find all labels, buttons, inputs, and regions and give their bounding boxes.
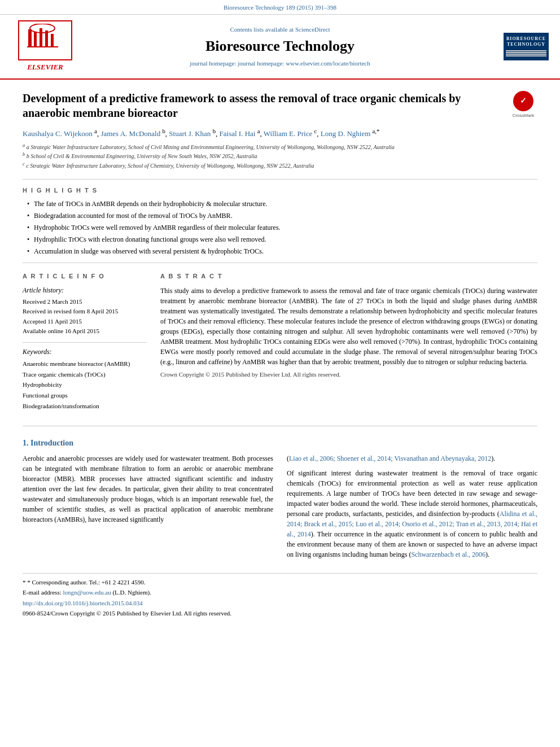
ref-alidina: Alidina et al., 2014; Brack et al., 2015… <box>287 510 537 538</box>
abstract-label: A B S T R A C T <box>160 272 537 281</box>
svg-rect-2 <box>34 32 37 46</box>
divider-1 <box>23 179 537 180</box>
highlights-list: The fate of TrOCs in AnMBR depends on th… <box>27 199 537 256</box>
affiliation-c-text: c Strategic Water Infrastructure Laborat… <box>26 163 314 169</box>
author-6: Long D. Nghiem <box>321 129 370 138</box>
author-2: James A. McDonald <box>100 129 160 138</box>
intro-para-1: Aerobic and anaerobic processes are wide… <box>23 453 273 525</box>
highlight-4-text: Hydrophilic TrOCs with electron donating… <box>34 235 266 243</box>
elsevier-logo-area: ELSEVIER <box>11 20 79 72</box>
intro-col2-para-2: Of significant interest during wastewate… <box>287 468 537 560</box>
footnote-corresponding: * * Corresponding author. Tel.: +61 2 42… <box>23 578 537 587</box>
abstract-text: This study aims to develop a predictive … <box>160 286 537 367</box>
highlight-4: Hydrophilic TrOCs with electron donating… <box>27 235 537 244</box>
history-section: Article history: Received 2 March 2015 R… <box>23 286 147 337</box>
sciencedirect-link[interactable]: ScienceDirect <box>295 26 330 33</box>
info-abstract-section: A R T I C L E I N F O Article history: R… <box>23 272 537 417</box>
footnote-email-address[interactable]: longn@uow.edu.au <box>63 589 111 596</box>
footnote-doi-link[interactable]: http://dx.doi.org/10.1016/j.biortech.201… <box>23 600 143 606</box>
introduction-section: 1. Introduction Aerobic and anaerobic pr… <box>23 438 537 564</box>
highlight-3-text: Hydrophobic TrOCs were well removed by A… <box>34 224 281 231</box>
keywords-section: Keywords: Anaerobic membrane bioreactor … <box>23 347 147 411</box>
affiliation-b: b b School of Civil & Environmental Engi… <box>23 151 537 160</box>
author-3: Stuart J. Khan <box>169 129 211 138</box>
affiliation-a: a a Strategic Water Infrastructure Labor… <box>23 142 537 151</box>
footnote-corresponding-text: * Corresponding author. Tel.: +61 2 4221… <box>27 579 145 586</box>
highlight-5-text: Accumulation in sludge was observed with… <box>34 247 264 255</box>
footnote-email: E-mail address: longn@uow.edu.au (L.D. N… <box>23 588 537 597</box>
crossmark-label: CrossMark <box>513 112 535 119</box>
authors-line: Kaushalya C. Wijekoon a, James A. McDona… <box>23 127 537 139</box>
highlight-2: Biodegradation accounted for most of the… <box>27 211 537 221</box>
history-dates: Received 2 March 2015 Received in revise… <box>23 297 147 337</box>
highlight-3: Hydrophobic TrOCs were well removed by A… <box>27 223 537 233</box>
svg-rect-7 <box>27 46 58 47</box>
author-4: Faisal I. Hai <box>220 129 256 138</box>
intro-col-2: (Liao et al., 2006; Shoener et al., 2014… <box>287 453 537 564</box>
history-label: Article history: <box>23 286 147 295</box>
svg-rect-5 <box>51 34 54 46</box>
keyword-4: Functional groups <box>23 390 147 401</box>
info-divider <box>23 342 147 343</box>
highlight-1: The fate of TrOCs in AnMBR depends on th… <box>27 199 537 209</box>
date-online: Available online 16 April 2015 <box>23 326 147 337</box>
affiliation-b-text: b School of Civil & Environmental Engine… <box>27 154 257 160</box>
svg-rect-3 <box>40 28 42 46</box>
affiliation-c: c c Strategic Water Infrastructure Labor… <box>23 161 537 170</box>
journal-reference: Bioresource Technology 189 (2015) 391–39… <box>0 0 560 15</box>
homepage-url[interactable]: journal homepage: www.elsevier.com/locat… <box>238 60 370 67</box>
keywords-label: Keywords: <box>23 347 147 357</box>
article-info-col: A R T I C L E I N F O Article history: R… <box>23 272 147 417</box>
bioresource-badge-area: BIORESOURCE TECHNOLOGY <box>481 33 549 60</box>
crossmark-circle: ✓ <box>513 91 533 111</box>
keyword-1: Anaerobic membrane bioreactor (AnMBR) <box>23 359 147 369</box>
highlight-5: Accumulation in sludge was observed with… <box>27 247 537 256</box>
footnote-area: * * Corresponding author. Tel.: +61 2 42… <box>23 573 537 618</box>
keyword-2: Trace organic chemicals (TrOCs) <box>23 369 147 380</box>
footnote-doi: http://dx.doi.org/10.1016/j.biortech.201… <box>23 599 537 608</box>
contents-text: Contents lists available at <box>230 26 294 33</box>
journal-header: ELSEVIER Contents lists available at Sci… <box>0 15 560 79</box>
article-info-label: A R T I C L E I N F O <box>23 272 147 281</box>
affiliations: a a Strategic Water Infrastructure Labor… <box>23 142 537 170</box>
footnote-email-note: (L.D. Nghiem). <box>112 589 151 596</box>
ref-schwarzenbach: Schwarzenbach et al., 2006 <box>411 551 485 558</box>
author-1: Kaushalya C. Wijekoon <box>23 129 93 138</box>
footnote-star: * <box>23 579 27 586</box>
date-received: Received 2 March 2015 <box>23 297 147 307</box>
intro-heading: 1. Introduction <box>23 438 537 449</box>
highlight-2-text: Biodegradation accounted for most of the… <box>34 212 233 220</box>
intro-body-cols: Aerobic and anaerobic processes are wide… <box>23 453 537 564</box>
contents-available: Contents lists available at ScienceDirec… <box>79 25 481 34</box>
ref-liao: Liao et al., 2006; Shoener et al., 2014;… <box>289 455 491 462</box>
journal-ref-text: Bioresource Technology 189 (2015) 391–39… <box>224 4 336 11</box>
header-center: Contents lists available at ScienceDirec… <box>79 25 481 68</box>
homepage-label: journal homepage: <box>190 60 238 67</box>
paper-content: Development of a predictive framework to… <box>0 80 560 631</box>
keywords-list: Anaerobic membrane bioreactor (AnMBR) Tr… <box>23 359 147 411</box>
highlights-label: H I G H L I G H T S <box>23 186 537 195</box>
author-5: William E. Price <box>264 129 312 138</box>
footnote-email-label: E-mail address: <box>23 589 62 596</box>
intro-col-1: Aerobic and anaerobic processes are wide… <box>23 453 273 564</box>
bioresource-badge: BIORESOURCE TECHNOLOGY <box>504 33 549 60</box>
keyword-5: Biodegradation/transformation <box>23 401 147 412</box>
elsevier-text: ELSEVIER <box>27 62 63 72</box>
abstract-col: A B S T R A C T This study aims to devel… <box>160 272 537 417</box>
keyword-3: Hydrophobicity <box>23 379 147 390</box>
intro-col2-para-1: (Liao et al., 2006; Shoener et al., 2014… <box>287 453 537 464</box>
affiliation-a-text: a Strategic Water Infrastructure Laborat… <box>27 144 395 150</box>
crossmark-badge: ✓ CrossMark <box>509 91 537 119</box>
footnote-issn: 0960-8524/Crown Copyright © 2015 Publish… <box>23 609 537 618</box>
highlight-1-text: The fate of TrOCs in AnMBR depends on th… <box>34 200 268 208</box>
svg-rect-1 <box>28 29 32 46</box>
elsevier-box-logo <box>18 20 72 60</box>
divider-2 <box>23 263 537 263</box>
journal-title: Bioresource Technology <box>79 36 481 56</box>
date-revised: Received in revised form 8 April 2015 <box>23 307 147 317</box>
article-title: Development of a predictive framework to… <box>23 91 537 120</box>
divider-3 <box>23 426 537 426</box>
journal-homepage: journal homepage: journal homepage: www.… <box>79 59 481 68</box>
copyright-text: Crown Copyright © 2015 Published by Else… <box>160 370 537 379</box>
date-accepted: Accepted 11 April 2015 <box>23 317 147 327</box>
